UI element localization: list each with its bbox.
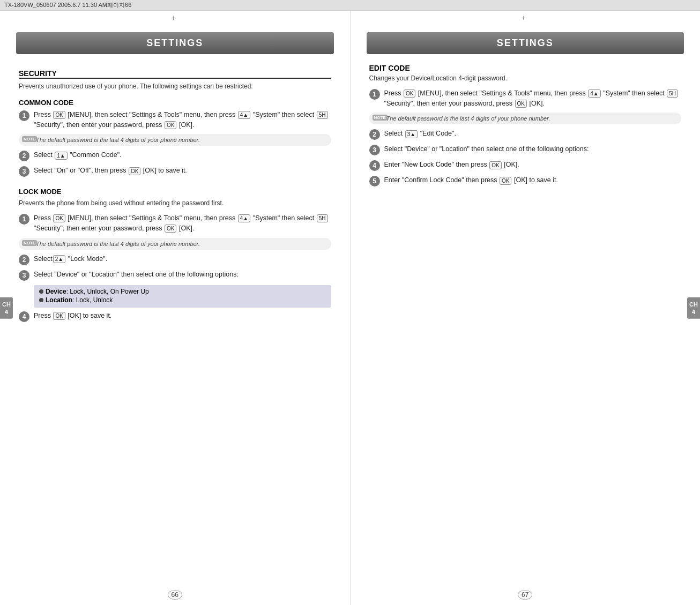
step-lock-text-1: Press OK [MENU], then select "Settings &…	[34, 213, 331, 234]
5h-key-icon: 5H	[317, 111, 328, 119]
step-lock-num-2: 2	[19, 255, 29, 265]
left-page-header: SETTINGS	[16, 32, 334, 54]
security-desc: Prevents unauthorized use of your phone.…	[19, 82, 331, 91]
device-option: Device: Lock, Unlock, On Power Up	[39, 288, 326, 295]
step-edit-5: 5 Enter "Confirm Lock Code" then press O…	[369, 175, 682, 186]
lock-mode-options: Device: Lock, Unlock, On Power Up Locati…	[34, 285, 331, 308]
right-page-num: 67	[351, 587, 701, 605]
ch-badge-right: CH4	[687, 297, 700, 319]
device-label: Device: Lock, Unlock, On Power Up	[46, 288, 149, 295]
step-common-3: 3 Select "On" or "Off", then press OK [O…	[19, 166, 331, 177]
step-edit-num-3: 3	[369, 145, 380, 155]
step-lock-1: 1 Press OK [MENU], then select "Settings…	[19, 213, 331, 234]
step-text-2: Select 1▲ "Common Code".	[34, 150, 122, 160]
step-lock-text-2: Select2▲ "Lock Mode".	[34, 254, 107, 264]
step-lock-num-1: 1	[19, 214, 29, 225]
step-text-1: Press OK [MENU], then select "Settings &…	[34, 110, 331, 130]
crosshair-top-left	[0, 11, 350, 23]
common-code-title: COMMON CODE	[19, 99, 331, 107]
step-lock-num-4: 4	[19, 311, 29, 322]
crosshair-top-right	[351, 11, 701, 23]
ok5-key-icon: OK	[165, 225, 176, 233]
5h2-key-icon: 5H	[317, 214, 328, 222]
note-label-edit: NOTE	[373, 115, 388, 121]
location-option: Location: Lock, Unlock	[39, 296, 326, 304]
left-page-num: 66	[0, 587, 350, 605]
note-edit-code: NOTE The default password is the last 4 …	[369, 113, 682, 124]
3def-key-icon: 3▲	[405, 130, 418, 138]
4n2-key-icon: 4▲	[238, 214, 250, 222]
lock-mode-desc: Prevents the phone from being used witho…	[19, 199, 331, 208]
note-common-code: NOTE The default password is the last 4 …	[19, 134, 331, 146]
step-text-3: Select "On" or "Off", then press OK [OK]…	[34, 166, 187, 176]
step-lock-3: 3 Select "Device" or "Location" then sel…	[19, 270, 331, 281]
left-page: SETTINGS SECURITY Prevents unauthorized …	[0, 11, 351, 605]
step-edit-4: 4 Enter "New Lock Code" then press OK [O…	[369, 160, 682, 171]
location-bullet	[39, 298, 43, 302]
step-edit-3: 3 Select "Device" or "Location" then sel…	[369, 144, 682, 155]
ok6-key-icon: OK	[53, 312, 65, 320]
ok4-key-icon: OK	[53, 214, 65, 222]
step-common-2: 2 Select 1▲ "Common Code".	[19, 150, 331, 161]
edit-code-desc: Changes your Device/Location 4-digit pas…	[369, 74, 682, 83]
ok-key-icon: OK	[53, 111, 65, 119]
step-edit-num-4: 4	[369, 160, 380, 171]
4n3-key-icon: 4▲	[588, 89, 600, 98]
right-page-header: SETTINGS	[367, 32, 684, 54]
crosshair-icon-left	[171, 15, 178, 23]
lock-mode-title: LOCK MODE	[19, 188, 331, 196]
right-page: SETTINGS EDIT CODE Changes your Device/L…	[351, 11, 701, 605]
step-edit-num-5: 5	[369, 176, 380, 186]
ch-badge-left: CH4	[0, 297, 13, 319]
right-header-text: SETTINGS	[497, 38, 554, 48]
4n-key-icon: 4▲	[238, 111, 250, 119]
step-edit-text-3: Select "Device" or "Location" then selec…	[384, 144, 589, 154]
step-lock-4: 4 Press OK [OK] to save it.	[19, 311, 331, 322]
step-num-3: 3	[19, 166, 29, 177]
step-edit-1: 1 Press OK [MENU], then select "Settings…	[369, 88, 682, 109]
top-bar: TX-180VW_050607 2005.6.7 11:30 AM페이지66	[0, 0, 700, 11]
edit-code-title: EDIT CODE	[369, 64, 682, 72]
step-edit-text-5: Enter "Confirm Lock Code" then press OK …	[384, 175, 558, 185]
security-section-title: SECURITY	[19, 69, 331, 79]
2ab-key-icon: 2▲	[53, 255, 65, 263]
step-num-1: 1	[19, 110, 29, 121]
5h3-key-icon: 5H	[667, 89, 678, 98]
note-lock-mode: NOTE The default password is the last 4 …	[19, 238, 331, 250]
device-bullet	[39, 289, 43, 294]
crosshair-icon-right	[522, 15, 529, 23]
ok3-key-icon: OK	[129, 167, 140, 175]
pages-container: SETTINGS SECURITY Prevents unauthorized …	[0, 11, 700, 605]
step-edit-num-1: 1	[369, 89, 380, 100]
step-num-2: 2	[19, 151, 29, 161]
step-edit-text-1: Press OK [MENU], then select "Settings &…	[384, 88, 682, 109]
step-lock-text-3: Select "Device" or "Location" then selec…	[34, 270, 239, 280]
note-label: NOTE	[22, 136, 37, 142]
ok8-key-icon: OK	[515, 100, 527, 108]
ok10-key-icon: OK	[500, 177, 511, 185]
left-page-content: SECURITY Prevents unauthorized use of yo…	[0, 54, 350, 587]
step-lock-text-4: Press OK [OK] to save it.	[34, 311, 111, 321]
ok9-key-icon: OK	[489, 161, 501, 169]
step-common-1: 1 Press OK [MENU], then select "Settings…	[19, 110, 331, 130]
ok7-key-icon: OK	[404, 89, 415, 98]
ok2-key-icon: OK	[165, 121, 176, 129]
step-edit-text-2: Select 3▲ "Edit Code".	[384, 129, 456, 139]
location-label: Location: Lock, Unlock	[46, 296, 113, 304]
step-lock-2: 2 Select2▲ "Lock Mode".	[19, 254, 331, 265]
step-edit-num-2: 2	[369, 129, 380, 140]
right-page-content: EDIT CODE Changes your Device/Location 4…	[351, 54, 701, 587]
step-lock-num-3: 3	[19, 270, 29, 281]
note-label-lock: NOTE	[22, 240, 37, 246]
1ez-key-icon: 1▲	[55, 152, 67, 160]
topbar-text: TX-180VW_050607 2005.6.7 11:30 AM페이지66	[4, 2, 131, 8]
left-header-text: SETTINGS	[146, 38, 203, 48]
step-edit-2: 2 Select 3▲ "Edit Code".	[369, 129, 682, 140]
step-edit-text-4: Enter "New Lock Code" then press OK [OK]…	[384, 160, 519, 170]
